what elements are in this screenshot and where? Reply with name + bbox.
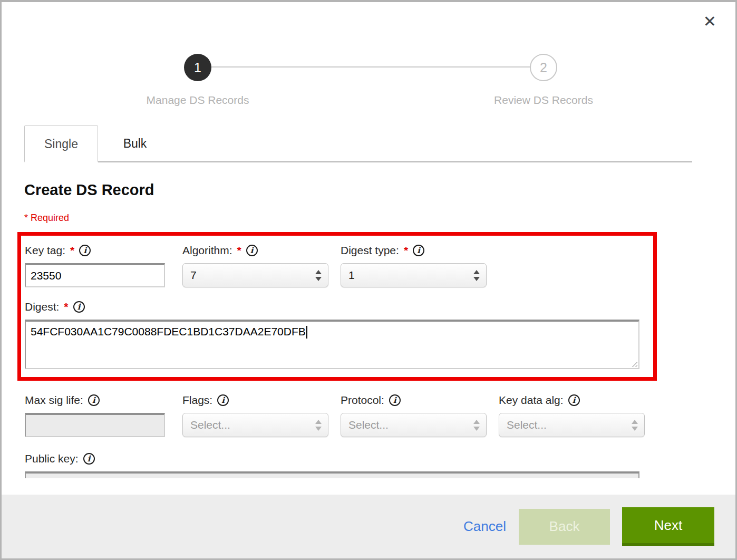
public-key-textarea[interactable] (25, 471, 639, 478)
required-asterisk: * (237, 244, 241, 257)
key-data-alg-label: Key data alg: i (499, 392, 645, 408)
step-label-review-ds-records: Review DS Records (438, 94, 649, 107)
protocol-label: Protocol: i (341, 392, 487, 408)
resize-handle-icon[interactable] (629, 359, 637, 367)
digest-type-label: Digest type: * i (341, 243, 487, 258)
info-icon[interactable]: i (389, 394, 401, 406)
select-arrows-icon (632, 420, 638, 431)
wizard-stepper: 1 2 Manage DS Records Review DS Records (2, 2, 735, 125)
algorithm-label-text: Algorithm: (182, 244, 232, 257)
algorithm-select[interactable]: 7 (182, 263, 328, 287)
algorithm-select-value: 7 (190, 269, 315, 282)
info-icon[interactable]: i (73, 301, 85, 313)
public-key-field-group: Public key: i (25, 451, 735, 478)
tab-bar: Single Bulk (24, 125, 692, 162)
step-label-manage-ds-records: Manage DS Records (92, 94, 303, 107)
protocol-select[interactable]: Select... (341, 413, 487, 437)
key-tag-input[interactable] (25, 263, 165, 287)
key-data-alg-label-text: Key data alg: (499, 394, 564, 407)
required-asterisk: * (64, 301, 68, 313)
digest-type-field-group: Digest type: * i 1 (341, 243, 487, 287)
next-button[interactable]: Next (622, 507, 714, 546)
digest-label-text: Digest: (25, 301, 59, 313)
info-icon[interactable]: i (88, 394, 100, 406)
dialog-footer: Cancel Back Next (2, 495, 735, 558)
protocol-label-text: Protocol: (341, 394, 384, 407)
max-sig-life-label: Max sig life: i (25, 392, 165, 408)
info-icon[interactable]: i (83, 453, 95, 465)
algorithm-label: Algorithm: * i (182, 243, 328, 258)
flags-select[interactable]: Select... (182, 413, 328, 437)
required-asterisk: * (404, 244, 408, 257)
flags-select-value: Select... (190, 419, 315, 431)
select-arrows-icon (315, 270, 322, 281)
key-data-alg-field-group: Key data alg: i Select... (499, 392, 645, 437)
digest-type-select-value: 1 (348, 269, 473, 282)
algorithm-field-group: Algorithm: * i 7 (182, 243, 328, 287)
info-icon[interactable]: i (246, 245, 258, 256)
info-icon[interactable]: i (79, 245, 91, 256)
footer-actions: Cancel Back Next (463, 507, 714, 546)
protocol-field-group: Protocol: i Select... (341, 392, 487, 437)
select-arrows-icon (315, 420, 322, 431)
key-tag-field-group: Key tag: * i (25, 243, 165, 287)
highlighted-fields-box: Key tag: * i Algorithm: * i 7 (17, 232, 657, 381)
step-circle-2: 2 (530, 54, 557, 81)
info-icon[interactable]: i (568, 394, 580, 406)
flags-field-group: Flags: i Select... (182, 392, 328, 437)
public-key-label-text: Public key: (25, 452, 79, 465)
public-key-label: Public key: i (25, 451, 735, 467)
key-tag-label-text: Key tag: (25, 244, 65, 257)
flags-label-text: Flags: (182, 394, 212, 407)
required-note: * Required (24, 213, 735, 224)
required-asterisk: * (70, 244, 74, 257)
protocol-select-value: Select... (348, 419, 473, 431)
max-sig-life-input[interactable] (25, 413, 165, 437)
digest-field-group: Digest: * i 54FCF030AA1C79C0088FDEC1BD1C… (25, 299, 653, 369)
cancel-button[interactable]: Cancel (463, 518, 506, 535)
tab-bulk[interactable]: Bulk (98, 125, 172, 161)
digest-type-label-text: Digest type: (341, 244, 399, 257)
info-icon[interactable]: i (413, 245, 424, 256)
digest-value: 54FCF030AA1C79C0088FDEC1BD1C37DAA2E70DFB (31, 325, 306, 337)
key-data-alg-select[interactable]: Select... (499, 413, 645, 437)
select-arrows-icon (473, 270, 480, 281)
stepper-connector-line (211, 66, 530, 67)
back-button[interactable]: Back (519, 509, 610, 545)
create-ds-record-dialog: ✕ 1 2 Manage DS Records Review DS Record… (0, 0, 737, 560)
field-row-1: Key tag: * i Algorithm: * i 7 (25, 243, 653, 287)
digest-label: Digest: * i (25, 299, 653, 315)
select-arrows-icon (473, 420, 480, 431)
field-row-2: Max sig life: i Flags: i Select... Proto… (25, 392, 735, 437)
digest-type-select[interactable]: 1 (341, 263, 487, 287)
info-icon[interactable]: i (217, 394, 229, 406)
key-tag-label: Key tag: * i (25, 243, 165, 258)
step-circle-1: 1 (184, 54, 211, 81)
key-data-alg-select-value: Select... (507, 419, 632, 431)
text-caret (306, 326, 307, 339)
flags-label: Flags: i (182, 392, 328, 408)
max-sig-life-label-text: Max sig life: (25, 394, 83, 407)
public-key-textarea-clipped (25, 471, 639, 478)
page-title: Create DS Record (24, 181, 735, 199)
tab-single[interactable]: Single (24, 125, 98, 162)
digest-textarea[interactable]: 54FCF030AA1C79C0088FDEC1BD1C37DAA2E70DFB (25, 320, 639, 369)
max-sig-life-field-group: Max sig life: i (25, 392, 165, 437)
